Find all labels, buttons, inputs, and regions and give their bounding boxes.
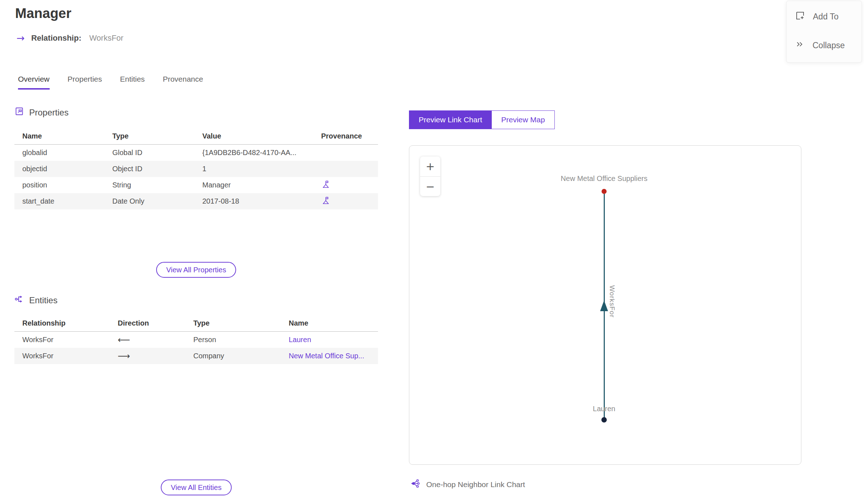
properties-icon <box>14 106 24 118</box>
prop-type: String <box>104 181 194 189</box>
entity-relationship: WorksFor <box>14 336 110 344</box>
view-all-properties-button[interactable]: View All Properties <box>156 262 236 278</box>
tab-properties[interactable]: Properties <box>68 75 102 90</box>
node-person[interactable] <box>602 417 607 423</box>
prop-type: Object ID <box>104 165 194 173</box>
properties-table: Name Type Value Provenance globalid Glob… <box>14 128 378 209</box>
relationship-subtitle: → Relationship: WorksFor <box>17 33 123 43</box>
zoom-control: + − <box>420 156 440 196</box>
collapse-label: Collapse <box>813 41 845 50</box>
table-row: start_date Date Only 2017-08-18 <box>14 193 378 209</box>
collapse-icon <box>795 40 805 51</box>
col-header-value: Value <box>194 132 313 140</box>
prop-name: globalid <box>14 149 104 157</box>
prop-type: Date Only <box>104 197 194 205</box>
prop-value: {1A9DB2B6-D482-4170-AA... <box>194 149 313 157</box>
detail-tabs: Overview Properties Entities Provenance <box>18 75 203 90</box>
link-chart-panel: + − WorksFor New Metal Office Suppliers … <box>409 145 801 465</box>
entities-section-title: Entities <box>29 295 58 305</box>
relationship-arrow-icon: → <box>17 33 25 43</box>
properties-section-title: Properties <box>29 108 68 118</box>
entities-section-header: Entities <box>14 294 58 306</box>
table-row: WorksFor ⟵ Person Lauren <box>14 332 378 348</box>
provenance-flag-icon[interactable] <box>313 180 378 191</box>
actions-card: Add To Collapse <box>786 1 862 63</box>
col-header-provenance: Provenance <box>313 132 378 140</box>
table-row: WorksFor ⟶ Company New Metal Office Sup.… <box>14 348 378 364</box>
prop-name: start_date <box>14 197 104 205</box>
prop-value: Manager <box>194 181 313 189</box>
node-label-company: New Metal Office Suppliers <box>561 174 648 183</box>
edge-arrowhead-icon <box>600 300 608 311</box>
preview-link-chart-button[interactable]: Preview Link Chart <box>409 110 492 129</box>
prop-value: 2017-08-18 <box>194 197 313 205</box>
entities-table-header: Relationship Direction Type Name <box>14 315 378 332</box>
relationship-value: WorksFor <box>89 33 123 43</box>
entity-name-link[interactable]: Lauren <box>289 336 311 344</box>
col-header-type: Type <box>185 319 281 327</box>
link-chart-caption: One-hop Neighbor Link Chart <box>410 478 525 490</box>
zoom-in-button[interactable]: + <box>420 156 440 176</box>
properties-table-header: Name Type Value Provenance <box>14 128 378 145</box>
table-row: objectid Object ID 1 <box>14 161 378 177</box>
page-title: Manager <box>15 6 71 21</box>
entities-icon <box>14 294 24 306</box>
relationship-label: Relationship: <box>31 33 81 43</box>
col-header-name: Name <box>14 132 104 140</box>
direction-arrow-icon: ⟶ <box>110 351 185 361</box>
entity-relationship: WorksFor <box>14 352 110 360</box>
preview-toggle: Preview Link Chart Preview Map <box>409 110 555 129</box>
collapse-button[interactable]: Collapse <box>795 37 861 54</box>
edge-label: WorksFor <box>608 285 616 318</box>
preview-map-button[interactable]: Preview Map <box>492 110 554 129</box>
table-row: position String Manager <box>14 177 378 193</box>
col-header-direction: Direction <box>110 319 185 327</box>
one-hop-link-chart-icon <box>410 478 420 490</box>
prop-value: 1 <box>194 165 313 173</box>
tab-overview[interactable]: Overview <box>18 75 50 90</box>
provenance-flag-icon[interactable] <box>313 196 378 207</box>
col-header-name: Name <box>281 319 378 327</box>
view-all-entities-button[interactable]: View All Entities <box>161 480 232 495</box>
zoom-out-button[interactable]: − <box>420 176 440 196</box>
tab-entities[interactable]: Entities <box>120 75 145 90</box>
prop-name: position <box>14 181 104 189</box>
entity-type: Company <box>185 352 281 360</box>
entity-name-link[interactable]: New Metal Office Sup... <box>289 352 364 360</box>
link-chart-caption-text: One-hop Neighbor Link Chart <box>426 480 525 489</box>
prop-type: Global ID <box>104 149 194 157</box>
node-company[interactable] <box>602 189 607 194</box>
entities-table: Relationship Direction Type Name WorksFo… <box>14 315 378 364</box>
add-to-icon <box>795 11 805 23</box>
col-header-type: Type <box>104 132 194 140</box>
tab-provenance[interactable]: Provenance <box>163 75 203 90</box>
table-row: globalid Global ID {1A9DB2B6-D482-4170-A… <box>14 145 378 161</box>
properties-section-header: Properties <box>14 106 68 118</box>
prop-name: objectid <box>14 165 104 173</box>
node-label-person: Lauren <box>593 405 615 413</box>
add-to-button[interactable]: Add To <box>795 8 861 25</box>
entity-type: Person <box>185 336 281 344</box>
direction-arrow-icon: ⟵ <box>110 335 185 345</box>
col-header-relationship: Relationship <box>14 319 110 327</box>
add-to-label: Add To <box>813 12 838 22</box>
